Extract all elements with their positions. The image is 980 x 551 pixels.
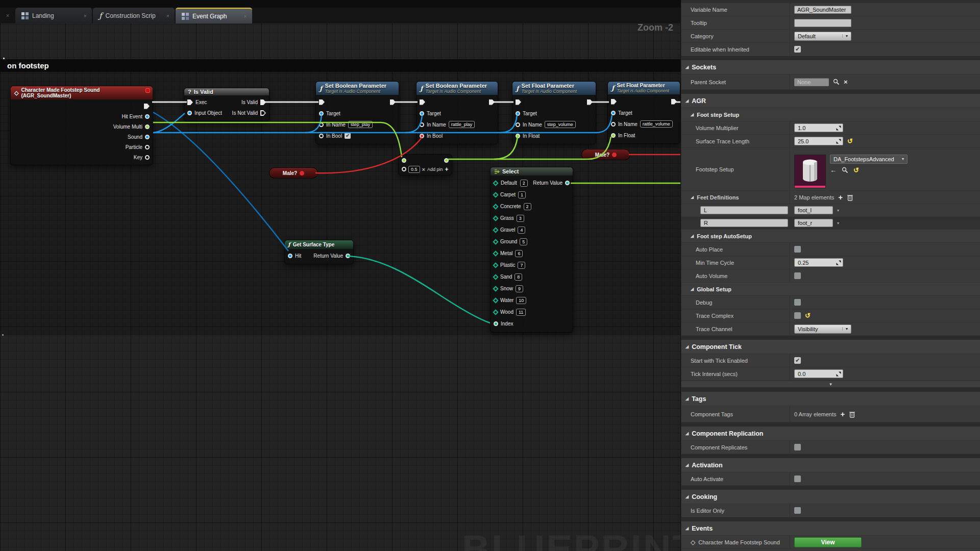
particle-pin[interactable] bbox=[145, 145, 150, 149]
sound-pin[interactable] bbox=[145, 135, 150, 139]
option-pin[interactable] bbox=[493, 239, 498, 244]
close-icon[interactable]: × bbox=[77, 13, 87, 19]
hit-in-pin[interactable] bbox=[288, 254, 292, 258]
subsection-foot-step-autosetup[interactable]: ◢ Foot step AutoSetup bbox=[681, 230, 980, 243]
option-pin[interactable] bbox=[493, 215, 498, 221]
option-value-field[interactable]: 1 bbox=[518, 191, 526, 198]
trash-icon[interactable] bbox=[847, 194, 853, 201]
multiply-value-field[interactable]: 0.5 bbox=[408, 166, 420, 173]
option-pin[interactable] bbox=[493, 180, 498, 186]
node-character-made-footstep-sound[interactable]: ◇ Character Made Footstep Sound (AGR_Sou… bbox=[10, 86, 153, 165]
remove-pin-icon[interactable]: × bbox=[422, 166, 425, 172]
volume-multi-pin[interactable] bbox=[145, 124, 150, 129]
chevron-down-icon[interactable]: ▾ bbox=[837, 221, 839, 226]
multiply-out-pin[interactable] bbox=[444, 158, 449, 163]
node-set-boolean-parameter-1[interactable]: ƒ Set Boolean Parameter Target is Audio … bbox=[315, 81, 399, 144]
return-value-pin[interactable] bbox=[565, 181, 570, 185]
exec-in-pin[interactable] bbox=[187, 99, 193, 105]
option-pin[interactable] bbox=[493, 227, 498, 233]
option-value-field[interactable]: 9 bbox=[516, 285, 523, 292]
in-bool-checkbox[interactable]: ✔ bbox=[345, 133, 351, 139]
use-selected-asset-icon[interactable]: ← bbox=[830, 166, 837, 174]
option-pin[interactable] bbox=[493, 309, 498, 315]
node-male-variable-1[interactable]: Male? bbox=[269, 167, 318, 179]
exec-in-pin[interactable] bbox=[611, 99, 617, 105]
exec-out-pin[interactable] bbox=[489, 99, 495, 105]
foot-l-value-input[interactable]: foot_l bbox=[794, 206, 833, 214]
in-name-value-field[interactable]: rattle_play bbox=[449, 121, 475, 128]
min-time-cycle-input[interactable]: 0.25 bbox=[794, 258, 843, 267]
subsection-global-setup[interactable]: ◢ Global Setup bbox=[681, 283, 980, 296]
index-pin[interactable] bbox=[494, 321, 498, 326]
is-valid-out-pin[interactable] bbox=[260, 99, 266, 105]
in-name-value-field[interactable]: step_volume bbox=[545, 121, 576, 128]
bool-out-pin[interactable] bbox=[300, 171, 304, 176]
tab-event-graph[interactable]: Event Graph × bbox=[176, 8, 252, 23]
start-with-tick-enabled-checkbox[interactable]: ✔ bbox=[794, 357, 801, 364]
foot-r-value-input[interactable]: foot_r bbox=[794, 219, 833, 227]
option-pin[interactable] bbox=[493, 262, 498, 268]
section-agr[interactable]: ◢ AGR bbox=[681, 93, 980, 108]
option-pin[interactable] bbox=[493, 297, 498, 303]
node-set-float-parameter-2[interactable]: ƒ Set Float Parameter Target is Audio Co… bbox=[607, 81, 680, 144]
option-value-field[interactable]: 7 bbox=[518, 262, 525, 269]
section-tags[interactable]: ◢ Tags bbox=[681, 391, 980, 406]
option-pin[interactable] bbox=[493, 204, 498, 209]
option-pin[interactable] bbox=[493, 251, 498, 256]
tooltip-input[interactable] bbox=[794, 19, 851, 27]
foot-l-key-input[interactable]: L bbox=[700, 206, 788, 214]
node-is-valid[interactable]: ? Is Valid Exec Is Valid Input Object Is… bbox=[184, 88, 270, 121]
section-cooking[interactable]: ◢ Cooking bbox=[681, 489, 980, 504]
editable-when-inherited-checkbox[interactable]: ✔ bbox=[794, 46, 801, 53]
option-value-field[interactable]: 2 bbox=[520, 180, 528, 187]
search-icon[interactable] bbox=[833, 79, 840, 85]
trace-complex-checkbox[interactable] bbox=[794, 312, 801, 319]
bool-out-pin[interactable] bbox=[612, 153, 617, 157]
option-value-field[interactable]: 3 bbox=[517, 215, 524, 222]
trash-icon[interactable] bbox=[849, 411, 855, 418]
target-pin[interactable] bbox=[420, 111, 424, 116]
in-name-pin[interactable] bbox=[516, 122, 520, 127]
browse-to-asset-icon[interactable] bbox=[842, 167, 848, 173]
in-bool-pin[interactable] bbox=[319, 134, 324, 138]
parent-socket-input[interactable]: None bbox=[794, 78, 829, 86]
option-value-field[interactable]: 2 bbox=[524, 203, 531, 210]
reset-to-default-icon[interactable]: ↺ bbox=[853, 167, 859, 173]
reset-to-default-icon[interactable]: ↺ bbox=[847, 138, 853, 144]
section-events[interactable]: ◢ Events bbox=[681, 521, 980, 536]
tick-interval-input[interactable]: 0.0 bbox=[794, 369, 843, 378]
close-icon[interactable]: × bbox=[0, 8, 15, 23]
exec-out-pin[interactable] bbox=[390, 99, 396, 105]
exec-out-pin[interactable] bbox=[587, 99, 593, 105]
trace-channel-dropdown[interactable]: Visibility▼ bbox=[794, 324, 851, 334]
target-pin[interactable] bbox=[319, 111, 324, 116]
tab-construction-script[interactable]: ƒ Construction Scrip × bbox=[93, 8, 175, 23]
foot-r-key-input[interactable]: R bbox=[700, 219, 788, 227]
comment-title-bar[interactable]: on footstep bbox=[0, 59, 681, 72]
hit-event-pin[interactable] bbox=[145, 114, 150, 119]
option-value-field[interactable]: 4 bbox=[518, 227, 525, 234]
is-not-valid-out-pin[interactable] bbox=[260, 110, 266, 116]
add-pin-label[interactable]: Add pin bbox=[427, 167, 443, 172]
variable-name-input[interactable]: AGR_SoundMaster bbox=[794, 6, 851, 14]
volume-multiplier-input[interactable]: 1.0 bbox=[794, 123, 843, 132]
section-sockets[interactable]: ◢ Sockets bbox=[681, 60, 980, 74]
is-editor-only-checkbox[interactable] bbox=[794, 507, 801, 514]
target-pin[interactable] bbox=[516, 111, 520, 116]
clear-icon[interactable]: × bbox=[844, 78, 848, 86]
tab-landing[interactable]: Landing × bbox=[15, 8, 92, 23]
add-element-icon[interactable]: + bbox=[841, 410, 845, 418]
reset-to-default-icon[interactable]: ↺ bbox=[805, 312, 811, 319]
option-pin[interactable] bbox=[493, 286, 498, 291]
view-event-button[interactable]: View bbox=[794, 537, 862, 547]
option-value-field[interactable]: 6 bbox=[515, 250, 523, 257]
node-set-boolean-parameter-2[interactable]: ƒ Set Boolean Parameter Target is Audio … bbox=[416, 81, 498, 144]
debug-checkbox[interactable] bbox=[794, 299, 801, 306]
option-value-field[interactable]: 10 bbox=[516, 297, 526, 304]
exec-out-pin[interactable] bbox=[144, 104, 150, 109]
in-float-pin[interactable] bbox=[516, 134, 520, 138]
node-multiply[interactable]: 0.5 × Add pin + bbox=[398, 154, 452, 176]
asset-thumbnail[interactable] bbox=[794, 155, 826, 188]
exec-in-pin[interactable] bbox=[420, 99, 425, 105]
close-icon[interactable]: × bbox=[159, 13, 169, 19]
